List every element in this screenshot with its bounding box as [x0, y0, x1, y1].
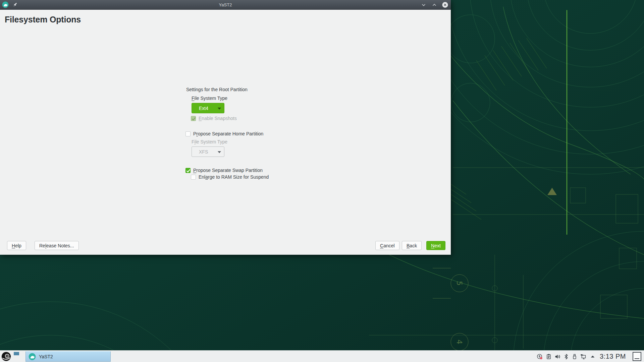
page-title: Filesystem Options [5, 15, 81, 24]
enable-snapshots-checkbox: Enable Snapshots [191, 116, 237, 121]
back-button[interactable]: Back [402, 241, 422, 250]
checkbox-label: Enable Snapshots [199, 116, 237, 121]
root-fstype-dropdown[interactable]: Ext4 [192, 103, 224, 113]
help-button[interactable]: Help [7, 241, 26, 250]
release-notes-button[interactable]: Release Notes... [35, 241, 79, 250]
virtual-desktop-pager[interactable] [13, 352, 23, 361]
next-button[interactable]: Next [426, 241, 445, 250]
bluetooth-icon[interactable] [563, 354, 569, 360]
show-desktop-button[interactable] [633, 352, 641, 361]
wizard-content: Filesystem Options Settings for the Root… [0, 10, 451, 255]
minimize-button[interactable] [421, 2, 427, 8]
clock[interactable]: 3:13 PM [597, 351, 629, 362]
taskbar-task-yast2[interactable]: YaST2 [25, 351, 111, 362]
svg-text:5: 5 [455, 281, 464, 286]
checkbox-label: Propose Separate Swap Partition [193, 168, 263, 173]
chevron-down-icon [218, 151, 221, 153]
svg-text:4: 4 [455, 340, 464, 344]
pin-keep-above-icon[interactable] [12, 2, 18, 8]
home-partition-checkbox[interactable]: Propose Separate Home Partition [185, 131, 263, 136]
home-fstype-dropdown: XFS [192, 146, 224, 157]
window-titlebar[interactable]: YaST2 [0, 0, 451, 10]
swap-partition-checkbox[interactable]: Propose Separate Swap Partition [185, 168, 263, 173]
task-button-label: YaST2 [39, 354, 53, 359]
root-fstype-label: File System Type [192, 96, 227, 101]
root-fstype-value: Ext4 [192, 106, 208, 111]
clipboard-icon[interactable] [546, 354, 552, 360]
enlarge-ram-checkbox[interactable]: Enlarge to RAM Size for Suspend [191, 174, 269, 180]
home-fstype-label: File System Type [192, 139, 227, 144]
home-fstype-value: XFS [192, 149, 208, 155]
cancel-button[interactable]: Cancel [375, 241, 399, 250]
pager-window-thumb [14, 352, 19, 355]
show-desktop-glyph [635, 358, 639, 359]
checkbox-box[interactable] [185, 131, 191, 136]
window-title: YaST2 [0, 2, 451, 7]
checkbox-label: Enlarge to RAM Size for Suspend [199, 174, 269, 180]
removable-device-icon[interactable] [572, 354, 578, 360]
close-button[interactable] [442, 2, 448, 8]
yast-app-icon [2, 1, 9, 8]
software-updates-icon[interactable] [537, 354, 543, 360]
chevron-down-icon [218, 108, 221, 110]
yast2-window: YaST2 Filesystem Options Settings for th… [0, 0, 451, 255]
expand-tray-icon[interactable] [590, 354, 596, 360]
checkbox-box[interactable] [185, 168, 191, 173]
network-icon[interactable] [580, 354, 586, 360]
checkbox-box [191, 116, 196, 121]
taskbar-panel: YaST2 [0, 350, 644, 362]
checkbox-label: Propose Separate Home Partition [193, 131, 263, 136]
volume-icon[interactable] [554, 354, 560, 360]
root-partition-section-label: Settings for the Root Partition [186, 87, 248, 92]
maximize-button[interactable] [431, 2, 437, 8]
checkbox-box[interactable] [191, 175, 196, 180]
application-launcher-button[interactable] [1, 352, 11, 361]
yast-task-icon [29, 353, 36, 360]
